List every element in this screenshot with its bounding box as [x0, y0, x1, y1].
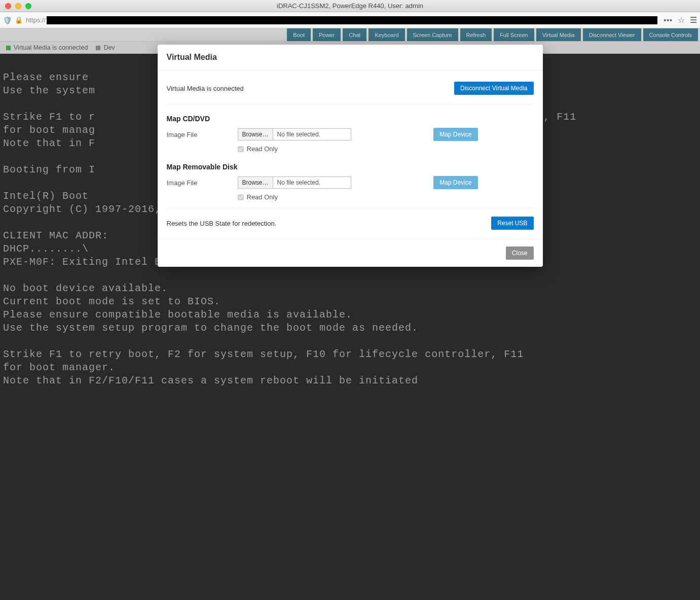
window-zoom-icon[interactable]	[25, 3, 31, 9]
kebab-icon[interactable]: •••	[664, 16, 673, 24]
toolbar-boot[interactable]: Boot	[287, 28, 311, 41]
reset-usb-button[interactable]: Reset USB	[491, 217, 533, 230]
window-close-icon[interactable]	[5, 3, 11, 9]
url-bar[interactable]: https://	[26, 14, 660, 26]
window-minimize-icon[interactable]	[15, 3, 21, 9]
window-titlebar: iDRAC-CJ1SSM2, PowerEdge R440, User: adm…	[0, 0, 700, 12]
modal-title: Virtual Media	[158, 45, 543, 70]
virtual-media-modal: Virtual Media Virtual Media is connected…	[158, 45, 543, 267]
cd-browse-button[interactable]: Browse…	[238, 129, 273, 140]
hamburger-menu-icon[interactable]: ☰	[690, 15, 697, 25]
toolbar-chat[interactable]: Chat	[343, 28, 366, 41]
close-button[interactable]: Close	[506, 246, 534, 260]
section-map-cddvd: Map CD/DVD	[167, 115, 534, 123]
divider	[167, 208, 534, 208]
rd-browse-button[interactable]: Browse…	[238, 177, 273, 188]
rd-readonly-label: Read Only	[247, 193, 278, 201]
toolbar-refresh[interactable]: Refresh	[460, 28, 492, 41]
rd-readonly-checkbox[interactable]	[238, 194, 244, 200]
rd-file-input[interactable]: Browse… No file selected.	[238, 177, 351, 189]
disconnect-virtual-media-button[interactable]: Disconnect Virtual Media	[454, 82, 534, 95]
url-redacted	[47, 16, 657, 24]
console-toolbar: Boot Power Chat Keyboard Screen Capture …	[0, 28, 700, 42]
window-title: iDRAC-CJ1SSM2, PowerEdge R440, User: adm…	[0, 2, 700, 10]
shield-icon[interactable]: 🛡️	[3, 16, 12, 24]
status-square-green-icon	[6, 46, 11, 50]
rd-map-device-button[interactable]: Map Device	[433, 176, 477, 189]
url-prefix: https://	[26, 16, 46, 24]
vm-connected-text: Virtual Media is connected	[167, 85, 244, 92]
rd-image-file-label: Image File	[167, 179, 233, 187]
toolbar-console-controls[interactable]: Console Controls	[643, 28, 698, 41]
cd-file-selected-text: No file selected.	[273, 131, 324, 138]
toolbar-power[interactable]: Power	[313, 28, 341, 41]
browser-toolbar: 🛡️ 🔒 https:// ••• ☆ ☰	[0, 12, 700, 28]
cd-image-file-label: Image File	[167, 131, 233, 138]
toolbar-screen-capture[interactable]: Screen Capture	[407, 28, 458, 41]
bookmark-star-icon[interactable]: ☆	[678, 15, 685, 25]
status-square-gray-icon	[96, 46, 100, 50]
cd-readonly-checkbox[interactable]	[238, 146, 244, 152]
status-vm-text: Virtual Media is connected	[14, 44, 88, 51]
toolbar-disconnect-viewer[interactable]: Disconnect Viewer	[583, 28, 641, 41]
section-map-removable: Map Removable Disk	[167, 163, 534, 171]
reset-usb-text: Resets the USB State for redetection.	[167, 220, 277, 227]
status-dev-text: Dev	[103, 44, 115, 51]
cd-readonly-label: Read Only	[247, 145, 278, 153]
rd-file-selected-text: No file selected.	[273, 179, 324, 186]
status-vm-connected: Virtual Media is connected	[6, 44, 88, 51]
cd-file-input[interactable]: Browse… No file selected.	[238, 128, 351, 140]
cd-map-device-button[interactable]: Map Device	[433, 128, 477, 141]
toolbar-full-screen[interactable]: Full Screen	[494, 28, 534, 41]
toolbar-virtual-media[interactable]: Virtual Media	[536, 28, 581, 41]
lock-icon[interactable]: 🔒	[15, 16, 23, 24]
toolbar-keyboard[interactable]: Keyboard	[369, 28, 404, 41]
traffic-lights	[5, 3, 31, 9]
status-dev: Dev	[96, 44, 115, 51]
